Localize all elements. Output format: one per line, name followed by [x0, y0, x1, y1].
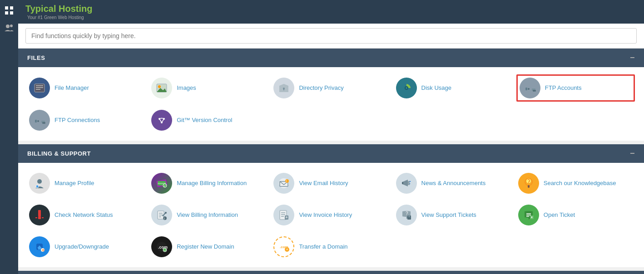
news-label: News & Announcements: [421, 180, 486, 187]
svg-point-26: [37, 120, 39, 122]
svg-point-78: [408, 215, 410, 217]
files-section: FILES − Fi: [18, 49, 644, 141]
billing-collapse-button[interactable]: −: [630, 149, 635, 158]
transfer-domain-item[interactable]: .com + Transfer a Domain: [272, 234, 390, 260]
search-kb-icon: [518, 173, 539, 194]
svg-rect-52: [410, 183, 410, 184]
billing-section: BILLING & SUPPORT − +: [18, 144, 644, 267]
files-grid: File Manager Images: [27, 74, 635, 133]
svg-rect-2: [5, 11, 8, 15]
ftp-connections-item[interactable]: FTP Connections: [27, 107, 146, 133]
svg-rect-1: [10, 6, 13, 10]
manage-billing-label: Manage Billing Information: [177, 180, 247, 187]
sidebar-users-icon[interactable]: [2, 21, 16, 34]
main-area: Typical Hosting Your #1 Green Web Hostin…: [18, 0, 644, 274]
git-icon: [151, 110, 172, 131]
logo-subtitle: Your #1 Green Web Hosting: [27, 15, 92, 20]
view-email-item[interactable]: ! View Email History: [272, 170, 390, 196]
view-support-label: View Support Tickets: [421, 211, 476, 219]
svg-text:?: ?: [406, 211, 408, 216]
search-kb-item[interactable]: Search our Knowledgebase: [516, 170, 635, 196]
svg-rect-59: [35, 217, 37, 218]
billing-section-header: BILLING & SUPPORT −: [18, 144, 644, 163]
view-support-item[interactable]: ? View Support Tickets: [394, 202, 513, 228]
svg-rect-60: [42, 217, 44, 218]
svg-text:!: !: [286, 180, 287, 183]
logo-accent: Hosting: [59, 4, 92, 14]
search-input[interactable]: [25, 28, 637, 44]
manage-billing-item[interactable]: ✓ Manage Billing Information: [149, 170, 268, 196]
sidebar-grid-icon[interactable]: [2, 4, 16, 17]
svg-point-66: [165, 212, 167, 214]
images-icon: [151, 78, 172, 98]
view-billing-label: View Billing Information: [177, 211, 238, 219]
header: Typical Hosting Your #1 Green Web Hostin…: [18, 0, 644, 24]
disk-usage-label: Disk Usage: [421, 84, 451, 92]
ftp-connections-icon: [29, 110, 50, 131]
ftp-accounts-item[interactable]: FTP Accounts: [516, 74, 635, 102]
svg-point-11: [158, 85, 161, 88]
check-network-icon: [29, 205, 50, 225]
directory-privacy-item[interactable]: Directory Privacy: [272, 74, 390, 102]
svg-point-20: [528, 88, 530, 90]
file-manager-item[interactable]: File Manager: [27, 74, 146, 102]
svg-text:+: +: [36, 185, 38, 188]
svg-point-36: [37, 179, 42, 184]
manage-profile-item[interactable]: + Manage Profile: [27, 170, 146, 196]
news-announcements-item[interactable]: News & Announcements: [394, 170, 513, 196]
svg-rect-25: [35, 120, 37, 122]
svg-point-17: [406, 87, 407, 89]
check-network-item[interactable]: Check Network Status: [27, 202, 146, 228]
svg-rect-3: [10, 11, 13, 15]
svg-text:⚙: ⚙: [42, 249, 45, 252]
manage-profile-icon: +: [29, 173, 50, 194]
transfer-domain-label: Transfer a Domain: [299, 243, 347, 251]
svg-rect-7: [36, 85, 43, 86]
upgrade-label: Upgrade/Downgrade: [54, 243, 109, 251]
images-item[interactable]: Images: [149, 74, 268, 102]
billing-grid: + Manage Profile: [27, 170, 635, 260]
images-label: Images: [177, 84, 196, 92]
view-billing-icon: i: [151, 205, 172, 225]
billing-section-title: BILLING & SUPPORT: [27, 150, 91, 157]
files-section-title: FILES: [27, 54, 45, 61]
files-section-header: FILES −: [18, 49, 644, 67]
transfer-domain-icon: .com +: [273, 236, 294, 257]
view-invoice-icon: [273, 205, 294, 225]
svg-rect-48: [408, 181, 410, 185]
files-collapse-button[interactable]: −: [630, 53, 635, 63]
svg-rect-57: [38, 210, 41, 216]
view-invoice-label: View Invoice History: [299, 211, 352, 219]
directory-privacy-icon: [273, 78, 294, 98]
file-manager-label: File Manager: [54, 84, 89, 92]
view-invoice-item[interactable]: View Invoice History: [272, 202, 390, 228]
git-label: Git™ Version Control: [177, 117, 232, 124]
svg-rect-19: [525, 88, 527, 90]
upgrade-item[interactable]: ⚙ Upgrade/Downgrade: [27, 234, 146, 260]
content-area: FILES − Fi: [18, 49, 644, 274]
register-domain-label: Register New Domain: [177, 243, 234, 251]
files-section-body: File Manager Images: [18, 67, 644, 141]
view-billing-item[interactable]: i View Billing Information: [149, 202, 268, 228]
manage-billing-icon: ✓: [151, 173, 172, 194]
disk-usage-icon: [396, 78, 417, 98]
billing-section-body: + Manage Profile: [18, 163, 644, 267]
file-manager-icon: [29, 78, 50, 98]
register-domain-item[interactable]: .com ✓ Register New Domain: [149, 234, 268, 260]
search-bar: [18, 24, 644, 49]
git-version-control-item[interactable]: Git™ Version Control: [149, 107, 268, 133]
disk-usage-item[interactable]: Disk Usage: [394, 74, 513, 102]
svg-point-23: [534, 90, 536, 92]
svg-rect-58: [38, 216, 41, 219]
logo-main: Typical: [25, 4, 59, 14]
svg-rect-49: [402, 182, 403, 184]
databases-section: DATABASES −: [18, 271, 644, 274]
open-ticket-label: Open Ticket: [544, 211, 575, 219]
svg-rect-8: [36, 87, 43, 88]
svg-rect-14: [283, 88, 284, 90]
view-email-label: View Email History: [299, 180, 348, 187]
directory-privacy-label: Directory Privacy: [299, 84, 343, 92]
svg-point-4: [6, 24, 10, 28]
open-ticket-item[interactable]: Open Ticket: [516, 202, 635, 228]
sidebar: [0, 0, 18, 274]
